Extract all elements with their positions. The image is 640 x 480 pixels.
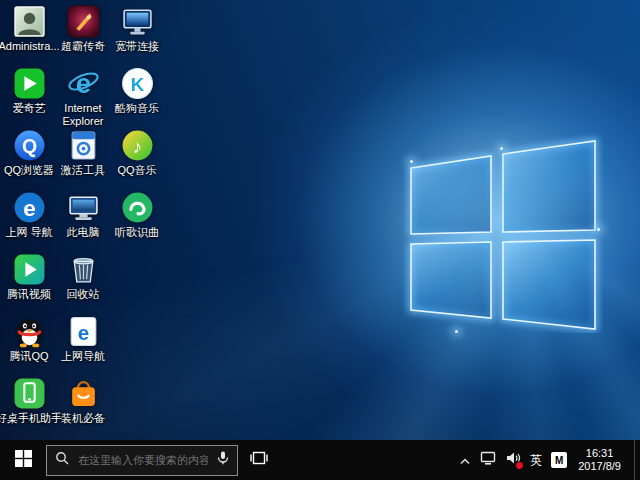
desktop-icon-phone-assistant[interactable]: 好桌手机助手	[2, 374, 56, 436]
sparkle	[500, 147, 503, 150]
desktop-icon-broadband[interactable]: 宽带连接	[110, 2, 164, 64]
desktop-icon-web-nav-2[interactable]: e 上网导航	[56, 312, 110, 374]
desktop-icon-song-recognition[interactable]: 听歌识曲	[110, 188, 164, 250]
svg-text:e: e	[75, 68, 90, 99]
activation-tool-icon	[67, 129, 100, 162]
ime-badge-icon: M	[551, 452, 567, 468]
desktop-icon-tencent-video[interactable]: 腾讯视频	[2, 250, 56, 312]
svg-text:K: K	[130, 74, 144, 95]
sparkle	[410, 160, 413, 163]
qq-music-icon: ♪	[121, 129, 154, 162]
chevron-up-icon	[459, 451, 471, 469]
this-pc-icon	[67, 191, 100, 224]
broadband-icon	[121, 5, 154, 38]
search-input[interactable]	[76, 453, 210, 467]
tencent-video-icon	[13, 253, 46, 286]
desktop-icon-grid: Administra... 爱奇艺 Q QQ浏览器 e 上网 导航 腾讯视频	[2, 2, 164, 436]
desktop-icon-kugou-music[interactable]: K 酷狗音乐	[110, 64, 164, 126]
sparkle	[455, 330, 458, 333]
network-icon	[480, 451, 496, 469]
qq-penguin-icon	[13, 315, 46, 348]
svg-text:e: e	[77, 321, 88, 344]
network-status-button[interactable]	[480, 451, 496, 469]
shopping-bag-icon	[67, 377, 100, 410]
iqiyi-icon	[13, 67, 46, 100]
desktop-icon-install-essentials[interactable]: 装机必备	[56, 374, 110, 436]
desktop-icon-label: 听歌识曲	[104, 226, 170, 239]
desktop-icon-label: 酷狗音乐	[104, 102, 170, 115]
desktop-icon-label: 装机必备	[50, 412, 116, 425]
kugou-icon: K	[121, 67, 154, 100]
game-icon	[67, 5, 100, 38]
desktop-icon-this-pc[interactable]: 此电脑	[56, 188, 110, 250]
start-button[interactable]	[0, 440, 46, 480]
task-view-icon	[249, 450, 269, 470]
desktop-icon-label: QQ音乐	[104, 164, 170, 177]
desktop-icon-activation-tool[interactable]: 激活工具	[56, 126, 110, 188]
internet-explorer-icon: e	[67, 67, 100, 100]
windows-logo	[403, 133, 603, 333]
system-tray: 英 M 16:31 2017/8/9	[459, 440, 640, 480]
clock-time: 16:31	[578, 447, 621, 460]
sparkle	[597, 228, 600, 231]
qq-browser-icon: Q	[13, 129, 46, 162]
user-folder-icon	[13, 5, 46, 38]
desktop-icon-label: 宽带连接	[104, 40, 170, 53]
desktop-icon-web-nav[interactable]: e 上网 导航	[2, 188, 56, 250]
taskbar-clock[interactable]: 16:31 2017/8/9	[578, 447, 621, 473]
ime-language-indicator[interactable]: 英	[530, 452, 542, 469]
clock-date: 2017/8/9	[578, 460, 621, 473]
svg-text:Q: Q	[21, 135, 36, 157]
song-recognition-icon	[121, 191, 154, 224]
desktop-icon-iqiyi[interactable]: 爱奇艺	[2, 64, 56, 126]
search-icon	[55, 451, 69, 469]
svg-text:e: e	[23, 195, 36, 221]
taskbar-search-box[interactable]	[46, 445, 238, 476]
volume-button[interactable]	[505, 451, 521, 469]
web-nav-page-icon: e	[67, 315, 100, 348]
show-desktop-button[interactable]	[634, 440, 640, 480]
svg-text:♪: ♪	[132, 136, 141, 157]
desktop-icon-tencent-qq[interactable]: 腾讯QQ	[2, 312, 56, 374]
desktop-icon-qq-browser[interactable]: Q QQ浏览器	[2, 126, 56, 188]
volume-alert-badge	[515, 461, 524, 470]
desktop-icon-label: 回收站	[50, 288, 116, 301]
tray-overflow-button[interactable]	[459, 451, 471, 469]
windows-start-icon	[15, 450, 32, 471]
phone-assistant-icon	[13, 377, 46, 410]
desktop-icon-chaoba-legend[interactable]: 超霸传奇	[56, 2, 110, 64]
desktop-icon-recycle-bin[interactable]: 回收站	[56, 250, 110, 312]
desktop-icon-administrator[interactable]: Administra...	[2, 2, 56, 64]
microphone-icon[interactable]	[217, 451, 229, 469]
desktop-icon-qq-music[interactable]: ♪ QQ音乐	[110, 126, 164, 188]
ime-button[interactable]: M	[551, 452, 567, 468]
desktop-icon-internet-explorer[interactable]: e Internet Explorer	[56, 64, 110, 126]
desktop[interactable]: Administra... 爱奇艺 Q QQ浏览器 e 上网 导航 腾讯视频	[0, 0, 640, 440]
desktop-icon-label: 上网导航	[50, 350, 116, 363]
web-nav-icon: e	[13, 191, 46, 224]
recycle-bin-icon	[67, 253, 100, 286]
taskbar: 英 M 16:31 2017/8/9	[0, 440, 640, 480]
task-view-button[interactable]	[238, 440, 280, 480]
